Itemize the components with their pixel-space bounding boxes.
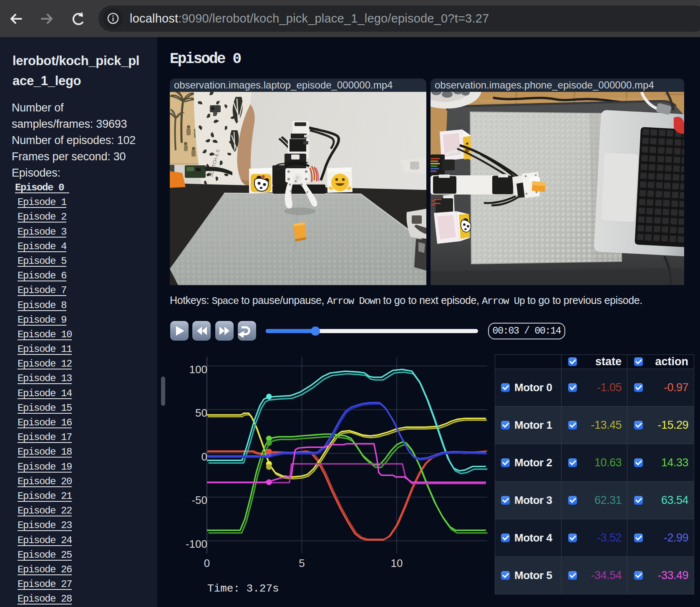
svg-text:50: 50 — [195, 407, 207, 419]
svg-text:10: 10 — [391, 557, 403, 569]
svg-text:Time: 3.27s: Time: 3.27s — [207, 582, 279, 595]
svg-text:-100: -100 — [186, 538, 207, 550]
svg-text:0: 0 — [201, 450, 207, 463]
svg-text:-50: -50 — [191, 494, 207, 506]
svg-text:5: 5 — [299, 557, 305, 569]
svg-text:100: 100 — [189, 363, 207, 376]
svg-text:0: 0 — [204, 557, 210, 569]
